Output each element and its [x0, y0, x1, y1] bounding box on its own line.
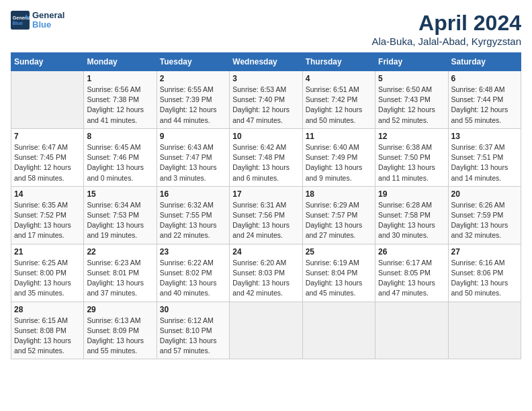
day-number: 29 — [87, 305, 153, 314]
day-info: Sunrise: 6:26 AMSunset: 7:59 PMDaylight:… — [451, 200, 518, 241]
svg-rect-0 — [11, 11, 30, 30]
day-number: 21 — [14, 247, 81, 257]
day-info: Sunrise: 6:55 AMSunset: 7:39 PMDaylight:… — [160, 85, 226, 126]
day-number: 2 — [160, 74, 226, 83]
day-number: 4 — [306, 74, 372, 83]
calendar-cell: 3Sunrise: 6:53 AMSunset: 7:40 PMDaylight… — [230, 71, 302, 129]
calendar-cell: 29Sunrise: 6:13 AMSunset: 8:09 PMDayligh… — [84, 302, 157, 359]
calendar-cell: 23Sunrise: 6:22 AMSunset: 8:02 PMDayligh… — [157, 244, 229, 302]
calendar-cell: 4Sunrise: 6:51 AMSunset: 7:42 PMDaylight… — [302, 71, 375, 129]
day-number: 16 — [160, 189, 226, 199]
calendar-cell: 9Sunrise: 6:43 AMSunset: 7:47 PMDaylight… — [157, 128, 229, 186]
day-number: 9 — [160, 132, 226, 141]
day-info: Sunrise: 6:13 AMSunset: 8:09 PMDaylight:… — [87, 316, 153, 357]
day-number: 11 — [306, 132, 372, 141]
week-row-2: 7Sunrise: 6:47 AMSunset: 7:45 PMDaylight… — [11, 128, 521, 186]
day-number: 19 — [378, 189, 445, 199]
calendar-cell: 5Sunrise: 6:50 AMSunset: 7:43 PMDaylight… — [375, 71, 448, 129]
dow-header-tuesday: Tuesday — [157, 53, 229, 71]
day-info: Sunrise: 6:37 AMSunset: 7:51 PMDaylight:… — [451, 142, 518, 183]
day-number: 23 — [160, 247, 226, 257]
calendar-cell: 16Sunrise: 6:32 AMSunset: 7:55 PMDayligh… — [157, 186, 229, 244]
calendar-cell: 15Sunrise: 6:34 AMSunset: 7:53 PMDayligh… — [84, 186, 157, 244]
week-row-4: 21Sunrise: 6:25 AMSunset: 8:00 PMDayligh… — [11, 244, 521, 302]
calendar-body: 1Sunrise: 6:56 AMSunset: 7:38 PMDaylight… — [11, 71, 521, 359]
day-info: Sunrise: 6:38 AMSunset: 7:50 PMDaylight:… — [378, 142, 445, 183]
day-number: 25 — [306, 247, 372, 257]
calendar-cell: 19Sunrise: 6:28 AMSunset: 7:58 PMDayligh… — [375, 186, 448, 244]
week-row-5: 28Sunrise: 6:15 AMSunset: 8:08 PMDayligh… — [11, 302, 521, 359]
title-block: April 2024 Ala-Buka, Jalal-Abad, Kyrgyzs… — [371, 11, 521, 47]
day-info: Sunrise: 6:51 AMSunset: 7:42 PMDaylight:… — [306, 85, 372, 126]
calendar-cell: 27Sunrise: 6:16 AMSunset: 8:06 PMDayligh… — [448, 244, 521, 302]
day-number: 26 — [378, 247, 445, 257]
calendar-cell: 11Sunrise: 6:40 AMSunset: 7:49 PMDayligh… — [302, 128, 375, 186]
day-info: Sunrise: 6:16 AMSunset: 8:06 PMDaylight:… — [451, 258, 518, 299]
day-number: 24 — [232, 247, 299, 257]
day-info: Sunrise: 6:22 AMSunset: 8:02 PMDaylight:… — [160, 258, 226, 299]
calendar-cell: 6Sunrise: 6:48 AMSunset: 7:44 PMDaylight… — [448, 71, 521, 129]
logo-line1: General — [32, 11, 64, 20]
week-row-3: 14Sunrise: 6:35 AMSunset: 7:52 PMDayligh… — [11, 186, 521, 244]
day-info: Sunrise: 6:53 AMSunset: 7:40 PMDaylight:… — [232, 85, 299, 126]
logo-line2: Blue — [32, 20, 64, 30]
day-info: Sunrise: 6:29 AMSunset: 7:57 PMDaylight:… — [306, 200, 372, 241]
calendar-cell: 25Sunrise: 6:19 AMSunset: 8:04 PMDayligh… — [302, 244, 375, 302]
dow-header-wednesday: Wednesday — [230, 53, 302, 71]
calendar-cell: 14Sunrise: 6:35 AMSunset: 7:52 PMDayligh… — [11, 186, 84, 244]
day-info: Sunrise: 6:48 AMSunset: 7:44 PMDaylight:… — [451, 85, 518, 126]
calendar-cell — [448, 302, 521, 359]
dow-header-friday: Friday — [375, 53, 448, 71]
logo-text: General Blue — [32, 11, 64, 30]
logo-icon: General Blue — [11, 11, 30, 30]
header: General Blue General Blue April 2024 Ala… — [11, 11, 521, 47]
calendar-cell — [302, 302, 375, 359]
day-info: Sunrise: 6:17 AMSunset: 8:05 PMDaylight:… — [378, 258, 445, 299]
day-info: Sunrise: 6:25 AMSunset: 8:00 PMDaylight:… — [14, 258, 81, 299]
day-info: Sunrise: 6:40 AMSunset: 7:49 PMDaylight:… — [306, 142, 372, 183]
subtitle: Ala-Buka, Jalal-Abad, Kyrgyzstan — [371, 36, 521, 47]
day-info: Sunrise: 6:19 AMSunset: 8:04 PMDaylight:… — [306, 258, 372, 299]
day-number: 28 — [14, 305, 81, 314]
dow-header-saturday: Saturday — [448, 53, 521, 71]
day-info: Sunrise: 6:35 AMSunset: 7:52 PMDaylight:… — [14, 200, 81, 241]
days-of-week-row: SundayMondayTuesdayWednesdayThursdayFrid… — [11, 53, 521, 71]
day-number: 10 — [232, 132, 299, 141]
day-number: 5 — [378, 74, 445, 83]
calendar-cell — [375, 302, 448, 359]
day-number: 18 — [306, 189, 372, 199]
day-number: 8 — [87, 132, 153, 141]
calendar-cell: 8Sunrise: 6:45 AMSunset: 7:46 PMDaylight… — [84, 128, 157, 186]
day-number: 14 — [14, 189, 81, 199]
calendar-cell — [230, 302, 302, 359]
day-number: 15 — [87, 189, 153, 199]
day-number: 22 — [87, 247, 153, 257]
day-number: 1 — [87, 74, 153, 83]
day-info: Sunrise: 6:47 AMSunset: 7:45 PMDaylight:… — [14, 142, 81, 183]
week-row-1: 1Sunrise: 6:56 AMSunset: 7:38 PMDaylight… — [11, 71, 521, 129]
calendar-cell: 17Sunrise: 6:31 AMSunset: 7:56 PMDayligh… — [230, 186, 302, 244]
day-number: 20 — [451, 189, 518, 199]
calendar-cell: 1Sunrise: 6:56 AMSunset: 7:38 PMDaylight… — [84, 71, 157, 129]
day-number: 30 — [160, 305, 226, 314]
day-info: Sunrise: 6:45 AMSunset: 7:46 PMDaylight:… — [87, 142, 153, 183]
day-number: 12 — [378, 132, 445, 141]
dow-header-monday: Monday — [84, 53, 157, 71]
calendar-cell: 21Sunrise: 6:25 AMSunset: 8:00 PMDayligh… — [11, 244, 84, 302]
calendar-cell: 7Sunrise: 6:47 AMSunset: 7:45 PMDaylight… — [11, 128, 84, 186]
logo: General Blue General Blue — [11, 11, 64, 30]
main-title: April 2024 — [371, 11, 521, 36]
day-info: Sunrise: 6:43 AMSunset: 7:47 PMDaylight:… — [160, 142, 226, 183]
calendar-cell — [11, 71, 84, 129]
calendar-cell: 18Sunrise: 6:29 AMSunset: 7:57 PMDayligh… — [302, 186, 375, 244]
day-number: 6 — [451, 74, 518, 83]
day-info: Sunrise: 6:50 AMSunset: 7:43 PMDaylight:… — [378, 85, 445, 126]
day-info: Sunrise: 6:20 AMSunset: 8:03 PMDaylight:… — [232, 258, 299, 299]
day-info: Sunrise: 6:42 AMSunset: 7:48 PMDaylight:… — [232, 142, 299, 183]
day-number: 3 — [232, 74, 299, 83]
calendar-cell: 26Sunrise: 6:17 AMSunset: 8:05 PMDayligh… — [375, 244, 448, 302]
day-number: 27 — [451, 247, 518, 257]
dow-header-sunday: Sunday — [11, 53, 84, 71]
day-info: Sunrise: 6:15 AMSunset: 8:08 PMDaylight:… — [14, 316, 81, 357]
day-info: Sunrise: 6:28 AMSunset: 7:58 PMDaylight:… — [378, 200, 445, 241]
